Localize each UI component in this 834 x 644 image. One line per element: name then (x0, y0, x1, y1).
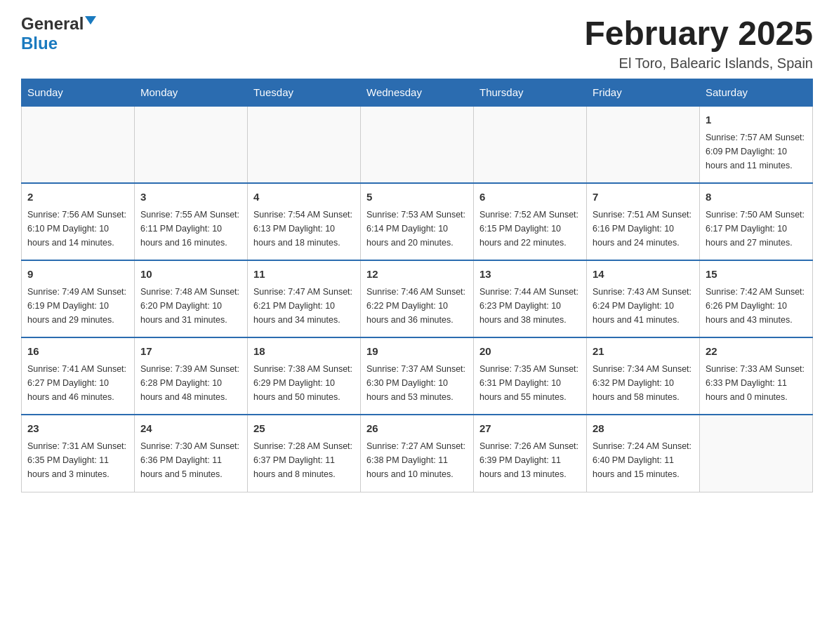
day-number: 3 (140, 189, 241, 206)
calendar-cell: 18Sunrise: 7:38 AM Sunset: 6:29 PM Dayli… (248, 337, 361, 415)
day-number: 17 (140, 344, 241, 360)
calendar-cell: 16Sunrise: 7:41 AM Sunset: 6:27 PM Dayli… (22, 337, 135, 415)
calendar-week-row: 1Sunrise: 7:57 AM Sunset: 6:09 PM Daylig… (22, 106, 813, 183)
calendar-week-row: 23Sunrise: 7:31 AM Sunset: 6:35 PM Dayli… (22, 415, 813, 492)
day-info: Sunrise: 7:26 AM Sunset: 6:39 PM Dayligh… (479, 439, 581, 481)
calendar-cell (248, 106, 361, 183)
calendar-cell: 12Sunrise: 7:46 AM Sunset: 6:22 PM Dayli… (361, 260, 474, 337)
month-title: February 2025 (584, 14, 813, 53)
calendar-cell (700, 415, 813, 492)
day-info: Sunrise: 7:34 AM Sunset: 6:32 PM Dayligh… (593, 362, 694, 404)
day-info: Sunrise: 7:55 AM Sunset: 6:11 PM Dayligh… (140, 208, 241, 250)
day-of-week-header: Sunday (22, 79, 135, 107)
calendar-cell: 11Sunrise: 7:47 AM Sunset: 6:21 PM Dayli… (248, 260, 361, 337)
day-number: 13 (479, 267, 581, 283)
day-number: 12 (366, 267, 468, 283)
calendar-cell: 28Sunrise: 7:24 AM Sunset: 6:40 PM Dayli… (587, 415, 700, 492)
calendar-cell: 5Sunrise: 7:53 AM Sunset: 6:14 PM Daylig… (361, 183, 474, 260)
day-number: 21 (593, 344, 694, 360)
calendar-cell: 1Sunrise: 7:57 AM Sunset: 6:09 PM Daylig… (700, 106, 813, 183)
day-number: 28 (593, 421, 694, 437)
day-info: Sunrise: 7:50 AM Sunset: 6:17 PM Dayligh… (706, 208, 807, 250)
day-of-week-header: Wednesday (361, 79, 474, 107)
day-number: 18 (253, 344, 355, 360)
day-info: Sunrise: 7:41 AM Sunset: 6:27 PM Dayligh… (27, 362, 128, 404)
day-info: Sunrise: 7:51 AM Sunset: 6:16 PM Dayligh… (593, 208, 694, 250)
logo-blue-text: Blue (21, 34, 58, 53)
calendar-cell: 19Sunrise: 7:37 AM Sunset: 6:30 PM Dayli… (361, 337, 474, 415)
calendar-cell (135, 106, 248, 183)
logo: General Blue (21, 14, 96, 53)
calendar-cell: 17Sunrise: 7:39 AM Sunset: 6:28 PM Dayli… (135, 337, 248, 415)
day-info: Sunrise: 7:39 AM Sunset: 6:28 PM Dayligh… (140, 362, 241, 404)
day-number: 26 (366, 421, 468, 437)
day-info: Sunrise: 7:57 AM Sunset: 6:09 PM Dayligh… (706, 130, 807, 173)
calendar-cell: 4Sunrise: 7:54 AM Sunset: 6:13 PM Daylig… (248, 183, 361, 260)
calendar-cell: 22Sunrise: 7:33 AM Sunset: 6:33 PM Dayli… (700, 337, 813, 415)
day-info: Sunrise: 7:28 AM Sunset: 6:37 PM Dayligh… (253, 439, 355, 481)
calendar-cell: 27Sunrise: 7:26 AM Sunset: 6:39 PM Dayli… (474, 415, 587, 492)
day-number: 22 (706, 344, 807, 360)
calendar-cell: 9Sunrise: 7:49 AM Sunset: 6:19 PM Daylig… (22, 260, 135, 337)
calendar-cell (361, 106, 474, 183)
day-number: 7 (593, 189, 694, 206)
day-info: Sunrise: 7:31 AM Sunset: 6:35 PM Dayligh… (27, 439, 128, 481)
day-info: Sunrise: 7:33 AM Sunset: 6:33 PM Dayligh… (706, 362, 807, 404)
calendar-cell (587, 106, 700, 183)
calendar-cell: 25Sunrise: 7:28 AM Sunset: 6:37 PM Dayli… (248, 415, 361, 492)
day-info: Sunrise: 7:46 AM Sunset: 6:22 PM Dayligh… (366, 285, 468, 327)
day-of-week-header: Saturday (700, 79, 813, 107)
day-info: Sunrise: 7:42 AM Sunset: 6:26 PM Dayligh… (706, 285, 807, 327)
day-info: Sunrise: 7:30 AM Sunset: 6:36 PM Dayligh… (140, 439, 241, 481)
day-of-week-header: Friday (587, 79, 700, 107)
calendar-cell: 21Sunrise: 7:34 AM Sunset: 6:32 PM Dayli… (587, 337, 700, 415)
day-number: 9 (27, 267, 128, 283)
day-number: 11 (253, 267, 355, 283)
day-number: 2 (27, 189, 128, 206)
day-info: Sunrise: 7:43 AM Sunset: 6:24 PM Dayligh… (593, 285, 694, 327)
day-info: Sunrise: 7:53 AM Sunset: 6:14 PM Dayligh… (366, 208, 468, 250)
page-header: General Blue February 2025 El Toro, Bale… (21, 14, 813, 72)
day-number: 23 (27, 421, 128, 437)
day-number: 15 (706, 267, 807, 283)
logo-arrow-icon (85, 16, 96, 25)
location-subtitle: El Toro, Balearic Islands, Spain (584, 55, 813, 72)
calendar-week-row: 16Sunrise: 7:41 AM Sunset: 6:27 PM Dayli… (22, 337, 813, 415)
calendar-cell: 24Sunrise: 7:30 AM Sunset: 6:36 PM Dayli… (135, 415, 248, 492)
calendar-week-row: 9Sunrise: 7:49 AM Sunset: 6:19 PM Daylig… (22, 260, 813, 337)
day-of-week-header: Tuesday (248, 79, 361, 107)
day-info: Sunrise: 7:37 AM Sunset: 6:30 PM Dayligh… (366, 362, 468, 404)
calendar-cell: 2Sunrise: 7:56 AM Sunset: 6:10 PM Daylig… (22, 183, 135, 260)
calendar-cell: 14Sunrise: 7:43 AM Sunset: 6:24 PM Dayli… (587, 260, 700, 337)
day-number: 14 (593, 267, 694, 283)
day-number: 19 (366, 344, 468, 360)
day-number: 6 (479, 189, 581, 206)
calendar-cell: 15Sunrise: 7:42 AM Sunset: 6:26 PM Dayli… (700, 260, 813, 337)
logo-general-text: General (21, 14, 84, 34)
calendar-cell: 26Sunrise: 7:27 AM Sunset: 6:38 PM Dayli… (361, 415, 474, 492)
day-info: Sunrise: 7:44 AM Sunset: 6:23 PM Dayligh… (479, 285, 581, 327)
calendar-cell: 3Sunrise: 7:55 AM Sunset: 6:11 PM Daylig… (135, 183, 248, 260)
day-info: Sunrise: 7:52 AM Sunset: 6:15 PM Dayligh… (479, 208, 581, 250)
calendar-cell: 7Sunrise: 7:51 AM Sunset: 6:16 PM Daylig… (587, 183, 700, 260)
day-number: 5 (366, 189, 468, 206)
calendar-cell: 10Sunrise: 7:48 AM Sunset: 6:20 PM Dayli… (135, 260, 248, 337)
day-info: Sunrise: 7:56 AM Sunset: 6:10 PM Dayligh… (27, 208, 128, 250)
day-info: Sunrise: 7:47 AM Sunset: 6:21 PM Dayligh… (253, 285, 355, 327)
calendar-cell: 6Sunrise: 7:52 AM Sunset: 6:15 PM Daylig… (474, 183, 587, 260)
day-number: 16 (27, 344, 128, 360)
calendar-table: SundayMondayTuesdayWednesdayThursdayFrid… (21, 79, 813, 492)
day-number: 10 (140, 267, 241, 283)
day-info: Sunrise: 7:49 AM Sunset: 6:19 PM Dayligh… (27, 285, 128, 327)
day-info: Sunrise: 7:35 AM Sunset: 6:31 PM Dayligh… (479, 362, 581, 404)
calendar-cell: 20Sunrise: 7:35 AM Sunset: 6:31 PM Dayli… (474, 337, 587, 415)
day-info: Sunrise: 7:38 AM Sunset: 6:29 PM Dayligh… (253, 362, 355, 404)
day-number: 24 (140, 421, 241, 437)
day-number: 20 (479, 344, 581, 360)
day-number: 25 (253, 421, 355, 437)
day-number: 4 (253, 189, 355, 206)
title-section: February 2025 El Toro, Balearic Islands,… (584, 14, 813, 72)
day-of-week-header: Monday (135, 79, 248, 107)
day-info: Sunrise: 7:48 AM Sunset: 6:20 PM Dayligh… (140, 285, 241, 327)
calendar-cell: 8Sunrise: 7:50 AM Sunset: 6:17 PM Daylig… (700, 183, 813, 260)
